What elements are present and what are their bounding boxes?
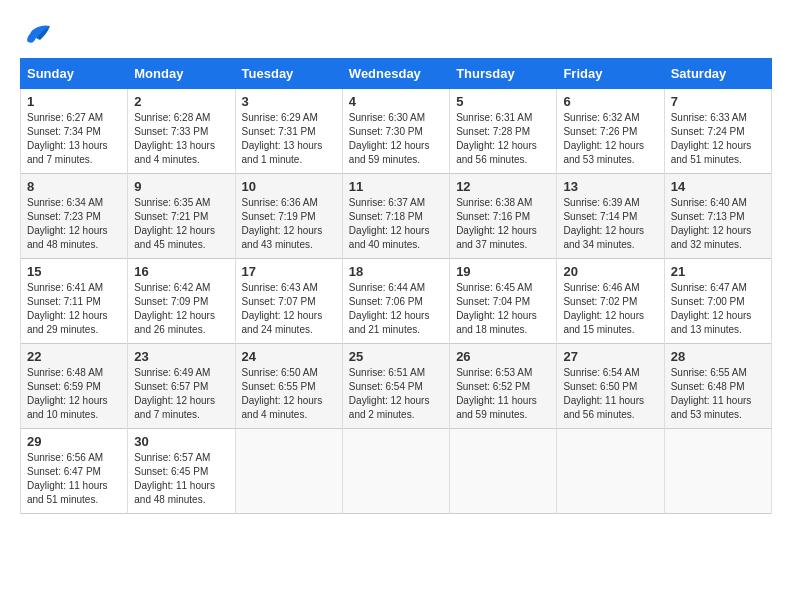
header-monday: Monday [128,59,235,89]
day-number: 28 [671,349,765,364]
cell-content: Sunrise: 6:51 AMSunset: 6:54 PMDaylight:… [349,366,443,422]
calendar-cell [557,429,664,514]
logo [20,20,52,48]
day-number: 7 [671,94,765,109]
day-number: 1 [27,94,121,109]
cell-content: Sunrise: 6:49 AMSunset: 6:57 PMDaylight:… [134,366,228,422]
calendar-cell [664,429,771,514]
cell-content: Sunrise: 6:56 AMSunset: 6:47 PMDaylight:… [27,451,121,507]
calendar-cell: 1 Sunrise: 6:27 AMSunset: 7:34 PMDayligh… [21,89,128,174]
cell-content: Sunrise: 6:32 AMSunset: 7:26 PMDaylight:… [563,111,657,167]
day-number: 10 [242,179,336,194]
calendar-week-4: 22 Sunrise: 6:48 AMSunset: 6:59 PMDaylig… [21,344,772,429]
day-number: 16 [134,264,228,279]
cell-content: Sunrise: 6:34 AMSunset: 7:23 PMDaylight:… [27,196,121,252]
day-number: 17 [242,264,336,279]
day-number: 26 [456,349,550,364]
cell-content: Sunrise: 6:35 AMSunset: 7:21 PMDaylight:… [134,196,228,252]
cell-content: Sunrise: 6:28 AMSunset: 7:33 PMDaylight:… [134,111,228,167]
cell-content: Sunrise: 6:40 AMSunset: 7:13 PMDaylight:… [671,196,765,252]
cell-content: Sunrise: 6:36 AMSunset: 7:19 PMDaylight:… [242,196,336,252]
calendar-cell: 7 Sunrise: 6:33 AMSunset: 7:24 PMDayligh… [664,89,771,174]
calendar-cell: 5 Sunrise: 6:31 AMSunset: 7:28 PMDayligh… [450,89,557,174]
calendar-week-1: 1 Sunrise: 6:27 AMSunset: 7:34 PMDayligh… [21,89,772,174]
day-number: 22 [27,349,121,364]
cell-content: Sunrise: 6:33 AMSunset: 7:24 PMDaylight:… [671,111,765,167]
calendar-cell: 25 Sunrise: 6:51 AMSunset: 6:54 PMDaylig… [342,344,449,429]
header-sunday: Sunday [21,59,128,89]
header-friday: Friday [557,59,664,89]
day-number: 8 [27,179,121,194]
calendar-cell: 23 Sunrise: 6:49 AMSunset: 6:57 PMDaylig… [128,344,235,429]
calendar-cell: 21 Sunrise: 6:47 AMSunset: 7:00 PMDaylig… [664,259,771,344]
calendar-cell: 26 Sunrise: 6:53 AMSunset: 6:52 PMDaylig… [450,344,557,429]
day-number: 3 [242,94,336,109]
calendar-cell: 16 Sunrise: 6:42 AMSunset: 7:09 PMDaylig… [128,259,235,344]
day-number: 12 [456,179,550,194]
day-number: 14 [671,179,765,194]
cell-content: Sunrise: 6:45 AMSunset: 7:04 PMDaylight:… [456,281,550,337]
cell-content: Sunrise: 6:50 AMSunset: 6:55 PMDaylight:… [242,366,336,422]
calendar-cell: 22 Sunrise: 6:48 AMSunset: 6:59 PMDaylig… [21,344,128,429]
cell-content: Sunrise: 6:29 AMSunset: 7:31 PMDaylight:… [242,111,336,167]
cell-content: Sunrise: 6:46 AMSunset: 7:02 PMDaylight:… [563,281,657,337]
day-number: 27 [563,349,657,364]
calendar-header-row: SundayMondayTuesdayWednesdayThursdayFrid… [21,59,772,89]
calendar-cell: 15 Sunrise: 6:41 AMSunset: 7:11 PMDaylig… [21,259,128,344]
cell-content: Sunrise: 6:53 AMSunset: 6:52 PMDaylight:… [456,366,550,422]
header-saturday: Saturday [664,59,771,89]
day-number: 15 [27,264,121,279]
cell-content: Sunrise: 6:39 AMSunset: 7:14 PMDaylight:… [563,196,657,252]
cell-content: Sunrise: 6:48 AMSunset: 6:59 PMDaylight:… [27,366,121,422]
day-number: 30 [134,434,228,449]
calendar-cell: 17 Sunrise: 6:43 AMSunset: 7:07 PMDaylig… [235,259,342,344]
calendar-cell: 9 Sunrise: 6:35 AMSunset: 7:21 PMDayligh… [128,174,235,259]
day-number: 5 [456,94,550,109]
cell-content: Sunrise: 6:55 AMSunset: 6:48 PMDaylight:… [671,366,765,422]
calendar-cell: 20 Sunrise: 6:46 AMSunset: 7:02 PMDaylig… [557,259,664,344]
day-number: 13 [563,179,657,194]
calendar-week-5: 29 Sunrise: 6:56 AMSunset: 6:47 PMDaylig… [21,429,772,514]
calendar-cell: 29 Sunrise: 6:56 AMSunset: 6:47 PMDaylig… [21,429,128,514]
cell-content: Sunrise: 6:38 AMSunset: 7:16 PMDaylight:… [456,196,550,252]
header-tuesday: Tuesday [235,59,342,89]
day-number: 20 [563,264,657,279]
calendar-cell: 6 Sunrise: 6:32 AMSunset: 7:26 PMDayligh… [557,89,664,174]
calendar-cell [342,429,449,514]
day-number: 23 [134,349,228,364]
calendar-cell: 12 Sunrise: 6:38 AMSunset: 7:16 PMDaylig… [450,174,557,259]
cell-content: Sunrise: 6:27 AMSunset: 7:34 PMDaylight:… [27,111,121,167]
cell-content: Sunrise: 6:42 AMSunset: 7:09 PMDaylight:… [134,281,228,337]
day-number: 4 [349,94,443,109]
day-number: 9 [134,179,228,194]
calendar-cell: 11 Sunrise: 6:37 AMSunset: 7:18 PMDaylig… [342,174,449,259]
calendar-cell: 27 Sunrise: 6:54 AMSunset: 6:50 PMDaylig… [557,344,664,429]
calendar-week-3: 15 Sunrise: 6:41 AMSunset: 7:11 PMDaylig… [21,259,772,344]
calendar-week-2: 8 Sunrise: 6:34 AMSunset: 7:23 PMDayligh… [21,174,772,259]
day-number: 29 [27,434,121,449]
calendar-cell: 14 Sunrise: 6:40 AMSunset: 7:13 PMDaylig… [664,174,771,259]
calendar-cell: 13 Sunrise: 6:39 AMSunset: 7:14 PMDaylig… [557,174,664,259]
cell-content: Sunrise: 6:57 AMSunset: 6:45 PMDaylight:… [134,451,228,507]
calendar-cell: 10 Sunrise: 6:36 AMSunset: 7:19 PMDaylig… [235,174,342,259]
day-number: 11 [349,179,443,194]
day-number: 2 [134,94,228,109]
calendar-cell: 28 Sunrise: 6:55 AMSunset: 6:48 PMDaylig… [664,344,771,429]
calendar-cell: 30 Sunrise: 6:57 AMSunset: 6:45 PMDaylig… [128,429,235,514]
calendar-cell [235,429,342,514]
calendar-cell: 4 Sunrise: 6:30 AMSunset: 7:30 PMDayligh… [342,89,449,174]
page-header [20,20,772,48]
day-number: 24 [242,349,336,364]
cell-content: Sunrise: 6:47 AMSunset: 7:00 PMDaylight:… [671,281,765,337]
cell-content: Sunrise: 6:41 AMSunset: 7:11 PMDaylight:… [27,281,121,337]
cell-content: Sunrise: 6:30 AMSunset: 7:30 PMDaylight:… [349,111,443,167]
calendar-cell: 2 Sunrise: 6:28 AMSunset: 7:33 PMDayligh… [128,89,235,174]
day-number: 21 [671,264,765,279]
calendar-cell: 18 Sunrise: 6:44 AMSunset: 7:06 PMDaylig… [342,259,449,344]
calendar-cell: 19 Sunrise: 6:45 AMSunset: 7:04 PMDaylig… [450,259,557,344]
day-number: 19 [456,264,550,279]
day-number: 18 [349,264,443,279]
calendar-table: SundayMondayTuesdayWednesdayThursdayFrid… [20,58,772,514]
cell-content: Sunrise: 6:31 AMSunset: 7:28 PMDaylight:… [456,111,550,167]
cell-content: Sunrise: 6:44 AMSunset: 7:06 PMDaylight:… [349,281,443,337]
